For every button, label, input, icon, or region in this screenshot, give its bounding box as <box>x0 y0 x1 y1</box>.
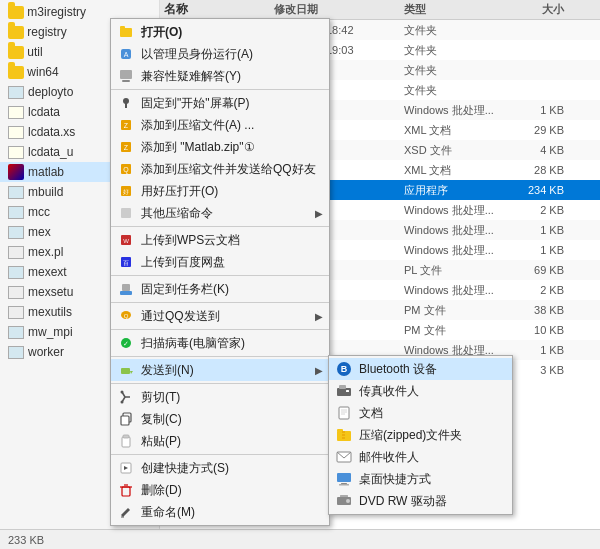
svg-rect-5 <box>122 80 130 82</box>
menu-item-compat[interactable]: 兼容性疑难解答(Y) <box>111 65 329 87</box>
svg-text:Z: Z <box>124 144 129 151</box>
svg-point-29 <box>121 391 124 394</box>
zip-folder-icon <box>335 426 353 444</box>
menu-item-taskbar[interactable]: 固定到任务栏(K) <box>111 278 329 300</box>
qq-send-icon: Q <box>117 307 135 325</box>
menu-item-virus[interactable]: ✓ 扫描病毒(电脑管家) <box>111 332 329 354</box>
sendto-submenu: B Bluetooth 设备 传真收件人 文档 压缩(zipped)文件夹 邮件… <box>328 355 513 515</box>
menu-item-qq-send[interactable]: Q 通过QQ发送到 ▶ <box>111 305 329 327</box>
submenu-arrow: ▶ <box>315 208 323 219</box>
menu-separator <box>111 329 329 330</box>
svg-rect-36 <box>122 487 130 496</box>
menu-item-copy[interactable]: 复制(C) <box>111 408 329 430</box>
svg-rect-33 <box>122 437 130 447</box>
xml2-icon <box>8 146 24 159</box>
menu-item-baidu[interactable]: 百 上传到百度网盘 <box>111 251 329 273</box>
document-icon <box>335 404 353 422</box>
svg-text:好: 好 <box>123 189 129 195</box>
bluetooth-icon: B <box>335 360 353 378</box>
svg-rect-40 <box>337 388 351 396</box>
menu-item-admin[interactable]: A 以管理员身份运行(A) <box>111 43 329 65</box>
open-icon <box>117 23 135 41</box>
svg-rect-27 <box>121 368 130 374</box>
svg-rect-50 <box>342 434 345 436</box>
submenu-item-document[interactable]: 文档 <box>329 402 512 424</box>
svg-rect-16 <box>121 208 131 218</box>
batch5-icon <box>8 266 24 279</box>
batch-icon <box>8 86 24 99</box>
mail-icon <box>335 448 353 466</box>
context-menu: 打开(O) A 以管理员身份运行(A) 兼容性疑难解答(Y) 固定到"开始"屏幕… <box>110 18 330 526</box>
shortcut-icon <box>117 459 135 477</box>
menu-separator <box>111 89 329 90</box>
menu-item-compress2[interactable]: Z 添加到 "Matlab.zip"① <box>111 136 329 158</box>
svg-rect-4 <box>120 70 132 79</box>
pm-icon <box>8 286 24 299</box>
menu-item-open[interactable]: 打开(O) <box>111 21 329 43</box>
submenu-item-fax[interactable]: 传真收件人 <box>329 380 512 402</box>
delete-icon <box>117 481 135 499</box>
sendto-icon <box>117 361 135 379</box>
batch4-icon <box>8 226 24 239</box>
menu-item-compress1[interactable]: Z 添加到压缩文件(A) ... <box>111 114 329 136</box>
admin-icon: A <box>117 45 135 63</box>
xml-icon <box>8 106 24 119</box>
svg-rect-55 <box>339 484 349 486</box>
submenu-arrow2: ▶ <box>315 311 323 322</box>
virus-icon: ✓ <box>117 334 135 352</box>
submenu-item-zip-folder[interactable]: 压缩(zipped)文件夹 <box>329 424 512 446</box>
menu-separator <box>111 302 329 303</box>
folder-icon <box>8 46 24 59</box>
haozip-icon: 好 <box>117 182 135 200</box>
wps-icon: W <box>117 231 135 249</box>
menu-item-haozip[interactable]: 好 用好压打开(O) <box>111 180 329 202</box>
menu-item-delete[interactable]: 删除(D) <box>111 479 329 501</box>
pl-icon <box>8 246 24 259</box>
menu-item-pin[interactable]: 固定到"开始"屏幕(P) <box>111 92 329 114</box>
folder-icon <box>8 66 24 79</box>
submenu-item-desktop[interactable]: 桌面快捷方式 <box>329 468 512 490</box>
batch2-icon <box>8 186 24 199</box>
menu-item-rename[interactable]: 重命名(M) <box>111 501 329 523</box>
folder-icon <box>8 26 24 39</box>
pm2-icon <box>8 306 24 319</box>
menu-item-cut[interactable]: 剪切(T) <box>111 386 329 408</box>
menu-item-shortcut[interactable]: 创建快捷方式(S) <box>111 457 329 479</box>
menu-item-wps[interactable]: W 上传到WPS云文档 <box>111 229 329 251</box>
xsd-icon <box>8 126 24 139</box>
copy-icon <box>117 410 135 428</box>
menu-item-other-compress[interactable]: 其他压缩命令 ▶ <box>111 202 329 224</box>
svg-rect-0 <box>120 28 132 37</box>
svg-rect-34 <box>123 435 129 438</box>
col-size: 大小 <box>504 2 564 17</box>
svg-rect-43 <box>339 407 349 419</box>
compress-icon: Z <box>117 116 135 134</box>
qq-compress-icon: Q <box>117 160 135 178</box>
svg-rect-21 <box>120 291 132 295</box>
svg-rect-51 <box>342 437 345 439</box>
menu-item-sendto[interactable]: 发送到(N) ▶ <box>111 359 329 381</box>
cut-icon <box>117 388 135 406</box>
menu-item-qq-compress[interactable]: Q 添加到压缩文件并发送给QQ好友 <box>111 158 329 180</box>
svg-text:✓: ✓ <box>123 340 129 347</box>
svg-point-58 <box>346 499 350 503</box>
svg-rect-49 <box>342 431 345 433</box>
other-compress-icon <box>117 204 135 222</box>
svg-rect-53 <box>337 473 351 482</box>
svg-rect-22 <box>122 284 130 291</box>
rename-icon <box>117 503 135 521</box>
svg-rect-57 <box>340 495 348 497</box>
desktop-shortcut-icon <box>335 470 353 488</box>
menu-separator <box>111 226 329 227</box>
menu-item-paste[interactable]: 粘贴(P) <box>111 430 329 452</box>
compat-icon <box>117 67 135 85</box>
col-date: 修改日期 <box>274 2 404 17</box>
col-type: 类型 <box>404 2 504 17</box>
dvd-icon <box>335 492 353 510</box>
submenu-item-mail[interactable]: 邮件收件人 <box>329 446 512 468</box>
submenu-item-bluetooth[interactable]: B Bluetooth 设备 <box>329 358 512 380</box>
submenu-item-dvd[interactable]: DVD RW 驱动器 <box>329 490 512 512</box>
menu-separator <box>111 356 329 357</box>
paste-icon <box>117 432 135 450</box>
col-name: 名称 <box>164 1 274 18</box>
